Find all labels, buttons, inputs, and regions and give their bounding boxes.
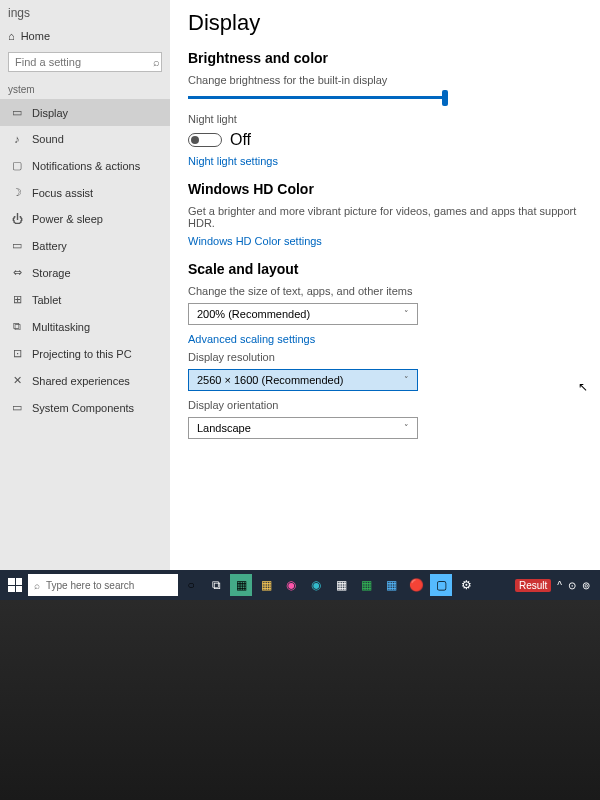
edge-icon[interactable]: ◉ bbox=[305, 574, 327, 596]
chevron-down-icon: ˅ bbox=[404, 309, 409, 319]
hd-color-desc: Get a brighter and more vibrant picture … bbox=[188, 205, 582, 229]
projecting-icon: ⊡ bbox=[10, 347, 24, 360]
explorer-icon[interactable]: ▦ bbox=[255, 574, 277, 596]
taskbar-search-text: Type here to search bbox=[46, 580, 134, 591]
taskview-icon[interactable]: ⧉ bbox=[205, 574, 227, 596]
tray-icon[interactable]: ⊙ bbox=[568, 580, 576, 591]
home-icon: ⌂ bbox=[8, 30, 15, 42]
brightness-heading: Brightness and color bbox=[188, 50, 582, 66]
sidebar-item-battery[interactable]: ▭Battery bbox=[0, 232, 170, 259]
hd-color-link[interactable]: Windows HD Color settings bbox=[188, 235, 582, 247]
mouse-cursor: ↖ bbox=[578, 380, 588, 394]
sidebar-item-multitasking[interactable]: ⧉Multitasking bbox=[0, 313, 170, 340]
night-light-toggle[interactable]: Off bbox=[188, 131, 582, 149]
power-icon: ⏻ bbox=[10, 213, 24, 225]
taskbar-search[interactable]: ⌕ Type here to search bbox=[28, 574, 178, 596]
orientation-dropdown[interactable]: Landscape ˅ bbox=[188, 417, 418, 439]
taskbar-apps: ○ ⧉ ▦ ▦ ◉ ◉ ▦ ▦ ▦ 🔴 ▢ ⚙ bbox=[180, 574, 477, 596]
sidebar-item-focus[interactable]: ☽Focus assist bbox=[0, 179, 170, 206]
sidebar-search[interactable]: ⌕ bbox=[8, 52, 162, 72]
sidebar-item-power[interactable]: ⏻Power & sleep bbox=[0, 206, 170, 232]
main-content: Display Brightness and color Change brig… bbox=[170, 0, 600, 600]
battery-icon: ▭ bbox=[10, 239, 24, 252]
sidebar-list: ▭Display ♪Sound ▢Notifications & actions… bbox=[0, 99, 170, 600]
chevron-down-icon: ˅ bbox=[404, 375, 409, 385]
chrome-icon[interactable]: 🔴 bbox=[405, 574, 427, 596]
photos-icon[interactable]: ▢ bbox=[430, 574, 452, 596]
storage-icon: ⇔ bbox=[10, 266, 24, 279]
settings-icon[interactable]: ⚙ bbox=[455, 574, 477, 596]
sidebar-item-shared[interactable]: ✕Shared experiences bbox=[0, 367, 170, 394]
text-size-dropdown[interactable]: 200% (Recommended) ˅ bbox=[188, 303, 418, 325]
sidebar-item-display[interactable]: ▭Display bbox=[0, 99, 170, 126]
taskbar-tray: Result ^ ⊙ ⊚ bbox=[515, 579, 596, 592]
scale-heading: Scale and layout bbox=[188, 261, 582, 277]
text-size-value: 200% (Recommended) bbox=[197, 308, 310, 320]
multitasking-icon: ⧉ bbox=[10, 320, 24, 333]
store-icon[interactable]: ▦ bbox=[380, 574, 402, 596]
resolution-dropdown[interactable]: 2560 × 1600 (Recommended) ˅ bbox=[188, 369, 418, 391]
resolution-value: 2560 × 1600 (Recommended) bbox=[197, 374, 343, 386]
search-icon: ⌕ bbox=[153, 56, 160, 68]
night-light-label: Night light bbox=[188, 113, 582, 125]
app-icon[interactable]: ▦ bbox=[230, 574, 252, 596]
settings-sidebar: ings ⌂ Home ⌕ ystem ▭Display ♪Sound ▢Not… bbox=[0, 0, 170, 600]
night-light-settings-link[interactable]: Night light settings bbox=[188, 155, 582, 167]
brightness-label: Change brightness for the built-in displ… bbox=[188, 74, 582, 86]
sound-icon: ♪ bbox=[10, 133, 24, 145]
tablet-icon: ⊞ bbox=[10, 293, 24, 306]
sidebar-item-projecting[interactable]: ⊡Projecting to this PC bbox=[0, 340, 170, 367]
resolution-label: Display resolution bbox=[188, 351, 582, 363]
copilot-icon[interactable]: ◉ bbox=[280, 574, 302, 596]
page-title: Display bbox=[188, 10, 582, 36]
tray-icon[interactable]: ⊚ bbox=[582, 580, 590, 591]
orientation-value: Landscape bbox=[197, 422, 251, 434]
sidebar-category: ystem bbox=[0, 80, 170, 99]
cortana-icon[interactable]: ○ bbox=[180, 574, 202, 596]
brightness-slider[interactable] bbox=[188, 96, 448, 99]
slider-thumb[interactable] bbox=[442, 90, 448, 106]
text-size-label: Change the size of text, apps, and other… bbox=[188, 285, 582, 297]
toggle-state: Off bbox=[230, 131, 251, 149]
sidebar-item-components[interactable]: ▭System Components bbox=[0, 394, 170, 421]
start-button[interactable] bbox=[4, 574, 26, 596]
search-icon: ⌕ bbox=[34, 580, 40, 591]
app-title: ings bbox=[8, 6, 162, 20]
taskbar: ⌕ Type here to search ○ ⧉ ▦ ▦ ◉ ◉ ▦ ▦ ▦ … bbox=[0, 570, 600, 600]
sidebar-item-notifications[interactable]: ▢Notifications & actions bbox=[0, 152, 170, 179]
physical-keyboard bbox=[0, 600, 600, 800]
components-icon: ▭ bbox=[10, 401, 24, 414]
app-icon[interactable]: ▦ bbox=[355, 574, 377, 596]
app-icon[interactable]: ▦ bbox=[330, 574, 352, 596]
orientation-label: Display orientation bbox=[188, 399, 582, 411]
focus-icon: ☽ bbox=[10, 186, 24, 199]
toggle-switch[interactable] bbox=[188, 133, 222, 147]
search-input[interactable] bbox=[15, 56, 153, 68]
sidebar-item-tablet[interactable]: ⊞Tablet bbox=[0, 286, 170, 313]
chevron-down-icon: ˅ bbox=[404, 423, 409, 433]
sidebar-item-sound[interactable]: ♪Sound bbox=[0, 126, 170, 152]
sidebar-item-storage[interactable]: ⇔Storage bbox=[0, 259, 170, 286]
shared-icon: ✕ bbox=[10, 374, 24, 387]
notifications-icon: ▢ bbox=[10, 159, 24, 172]
display-icon: ▭ bbox=[10, 106, 24, 119]
hd-color-heading: Windows HD Color bbox=[188, 181, 582, 197]
home-label: Home bbox=[21, 30, 50, 42]
result-badge[interactable]: Result bbox=[515, 579, 551, 592]
tray-chevron-icon[interactable]: ^ bbox=[557, 580, 562, 591]
advanced-scaling-link[interactable]: Advanced scaling settings bbox=[188, 333, 582, 345]
sidebar-home[interactable]: ⌂ Home bbox=[8, 24, 162, 48]
